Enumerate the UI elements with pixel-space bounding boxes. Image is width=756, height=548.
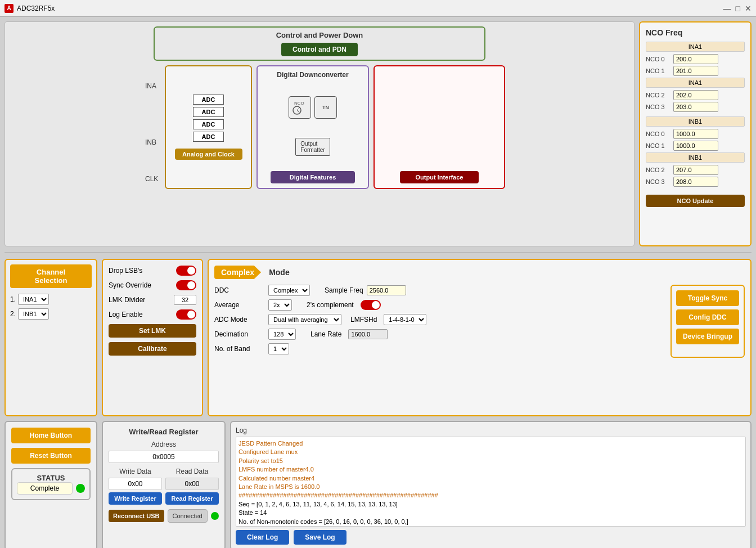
channel-selection-title: ChannelSelection: [10, 264, 92, 288]
nco2b-input[interactable]: [673, 165, 718, 175]
nco2-input[interactable]: [673, 90, 718, 100]
sync-override-toggle[interactable]: [176, 280, 196, 290]
no-of-band-label: No. of Band: [214, 345, 265, 353]
titlebar: A ADC32RF5x — □ ✕: [0, 0, 756, 17]
read-data-input: [165, 478, 219, 490]
log-panel: Log JESD Pattern ChangedConfigured Lane …: [230, 421, 752, 548]
channel-row-1: 1. INA1 INA2 INB1 INB2: [10, 294, 92, 305]
log-buttons: Clear Log Save Log: [236, 530, 746, 545]
inb-label: INB: [145, 138, 156, 146]
main-content: Control and Power Down Control and PDN I…: [0, 17, 756, 548]
ctrl-power-label: Control and Power Down: [158, 31, 481, 39]
save-log-button[interactable]: Save Log: [294, 530, 346, 545]
register-panel: Write/Read Register Address Write Data W…: [102, 421, 226, 548]
nco3b-input[interactable]: [673, 177, 718, 187]
top-section: Control and Power Down Control and PDN I…: [4, 21, 752, 246]
nco0b-input[interactable]: [673, 129, 718, 139]
connected-button[interactable]: Connected: [168, 509, 208, 523]
nco-icon: NCO: [289, 96, 311, 119]
ddc-row: DDC Complex Real Sample Freq: [214, 285, 666, 296]
nco2-label: NCO 2: [646, 92, 671, 98]
nco-row-2: NCO 2: [646, 90, 745, 100]
lmfshd-label: LMFSHd: [350, 316, 377, 324]
twos-comp-toggle[interactable]: [361, 300, 381, 310]
channel2-select[interactable]: INB1 INA1 INA2 INB2: [18, 308, 49, 320]
nco3b-label: NCO 3: [646, 178, 671, 185]
tn-icon: TN: [314, 96, 337, 119]
ddc-title: Digital Downconverter: [277, 71, 348, 79]
channel1-select[interactable]: INA1 INA2 INB1 INB2: [18, 294, 49, 305]
adc-mode-label: ADC Mode: [214, 316, 265, 324]
register-title: Write/Read Register: [109, 428, 219, 436]
nco2b-label: NCO 2: [646, 167, 671, 173]
reset-button[interactable]: Reset Button: [11, 448, 91, 464]
lmfshd-select[interactable]: 1-4-8-1-0 1-2-4-1-0: [384, 314, 426, 325]
channel2-label: 2.: [10, 310, 16, 318]
home-button[interactable]: Home Button: [11, 428, 91, 443]
config-ddc-button[interactable]: Config DDC: [676, 309, 739, 325]
log-enable-toggle[interactable]: [176, 309, 196, 320]
calibrate-button[interactable]: Calibrate: [109, 342, 196, 356]
minimize-btn[interactable]: —: [723, 4, 731, 13]
sample-freq-input[interactable]: [367, 285, 406, 295]
adc-chip-4: ADC: [193, 132, 224, 142]
device-bringup-button[interactable]: Device Bringup: [676, 329, 739, 344]
nco-inb1-group: INB1 NCO 0 NCO 1 INB1 NCO 2 NCO 3: [646, 116, 745, 187]
close-btn[interactable]: ✕: [745, 4, 752, 13]
connect-row: Reconnect USB Connected: [109, 509, 219, 523]
lane-rate-label: Lane Rate: [310, 330, 341, 338]
log-enable-label: Log Enable: [109, 311, 173, 318]
write-register-button[interactable]: Write Register: [109, 492, 162, 505]
average-select[interactable]: 2x 4x 8x: [268, 299, 292, 311]
nco-ina1-group: INA1 NCO 0 NCO 1 INA1 NCO 2 NCO 3: [646, 42, 745, 112]
decimation-select[interactable]: 128 64 32 16: [268, 329, 296, 340]
ddc-select[interactable]: Complex Real: [268, 285, 310, 296]
address-input[interactable]: [109, 451, 219, 463]
nco0-label: NCO 0: [646, 56, 671, 62]
channel1-label: 1.: [10, 295, 16, 303]
lmk-divider-label: LMK Divider: [109, 296, 170, 304]
clear-log-button[interactable]: Clear Log: [236, 530, 289, 545]
set-lmk-button[interactable]: Set LMK: [109, 324, 196, 338]
drop-lsbs-toggle[interactable]: [176, 266, 196, 276]
ddc-block: Digital Downconverter NCO: [256, 65, 369, 189]
digital-features-button[interactable]: Digital Features: [271, 171, 355, 183]
output-formatter: OutputFormatter: [295, 138, 330, 156]
nco1b-input[interactable]: [673, 141, 718, 151]
nco0-input[interactable]: [673, 54, 718, 64]
write-data-input[interactable]: [109, 478, 162, 490]
analog-clock-button[interactable]: Analog and Clock: [175, 149, 242, 160]
nco3-input[interactable]: [673, 102, 718, 112]
svg-line-3: [297, 110, 300, 113]
adc-mode-select[interactable]: Dual with averaging Single Dual: [268, 314, 341, 325]
ctrl-pdn-button[interactable]: Control and PDN: [281, 43, 358, 56]
lmk-divider-input[interactable]: [174, 295, 196, 305]
nco3-label: NCO 3: [646, 104, 671, 110]
complex-body: DDC Complex Real Sample Freq Average 2x: [214, 285, 745, 358]
nco-freq-panel: NCO Freq INA1 NCO 0 NCO 1 INA1 NCO 2: [639, 21, 752, 246]
maximize-btn[interactable]: □: [736, 4, 740, 13]
log-content[interactable]: JESD Pattern ChangedConfigured Lane muxP…: [236, 437, 746, 527]
output-interface-button[interactable]: Output Interface: [400, 171, 479, 183]
sync-override-label: Sync Override: [109, 281, 173, 289]
nco1-input[interactable]: [673, 66, 718, 76]
toggle-sync-button[interactable]: Toggle Sync: [676, 290, 739, 306]
reconnect-usb-button[interactable]: Reconnect USB: [109, 510, 164, 522]
nco-update-button[interactable]: NCO Update: [646, 195, 745, 207]
adc-mode-row: ADC Mode Dual with averaging Single Dual…: [214, 314, 666, 325]
nco1-label: NCO 1: [646, 68, 671, 74]
read-register-button[interactable]: Read Register: [165, 492, 219, 505]
log-title: Log: [236, 426, 746, 434]
complex-action-box: Toggle Sync Config DDC Device Bringup: [670, 285, 745, 358]
data-row: Write Data Write Register Read Data Read…: [109, 468, 219, 505]
nco-inb1-label1: INB1: [646, 116, 745, 127]
no-of-band-select[interactable]: 1 2 3 4: [268, 343, 289, 354]
bottom-section: ChannelSelection 1. INA1 INA2 INB1 INB2 …: [4, 259, 752, 416]
status-dot: [76, 484, 85, 493]
adc-chip-3: ADC: [193, 119, 224, 129]
log-enable-row: Log Enable: [109, 309, 196, 320]
complex-badge: Complex: [214, 266, 261, 279]
sample-freq-label: Sample Freq: [325, 286, 363, 294]
status-badge: Complete: [17, 482, 73, 495]
write-data-label: Write Data: [109, 468, 162, 475]
